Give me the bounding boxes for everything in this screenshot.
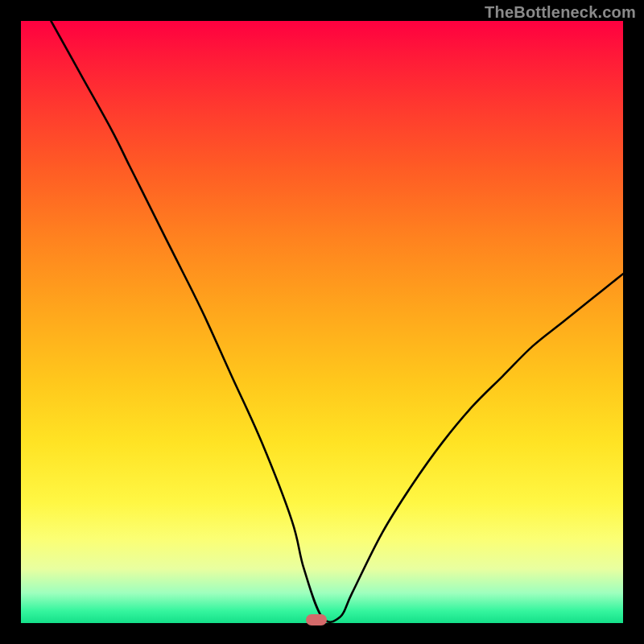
- chart-stage: TheBottleneck.com: [0, 0, 644, 644]
- watermark-text: TheBottleneck.com: [485, 3, 636, 22]
- bottleneck-curve: [21, 21, 623, 623]
- valley-marker: [306, 614, 327, 625]
- plot-area: [21, 21, 623, 623]
